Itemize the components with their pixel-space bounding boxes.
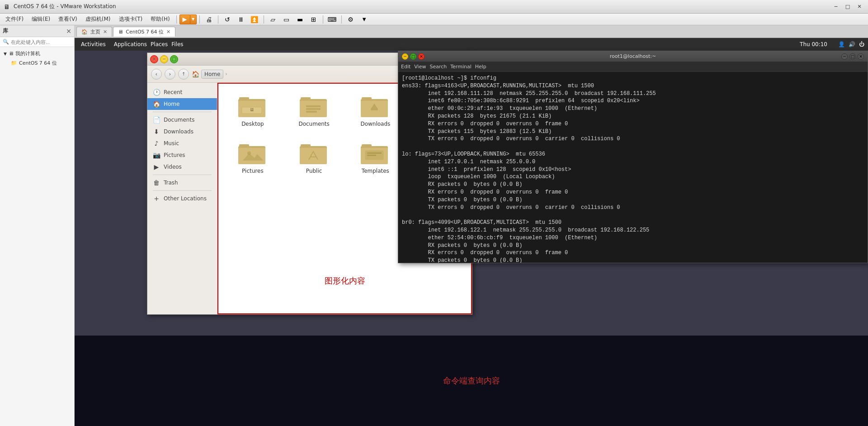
folder-item-documents[interactable]: Documents [287,91,341,131]
toolbar-snapshot4-btn[interactable]: ⊞ [307,14,320,24]
toolbar-snapshot1-btn[interactable]: ▱ [267,14,279,24]
fm-location-arrow-icon: › [225,71,227,76]
gnome-places-menu[interactable]: Places [151,41,168,47]
gnome-applications-menu[interactable]: Applications [114,41,147,47]
tree-item-my-computer[interactable]: ▼ 🖥 我的计算机 [0,49,74,58]
fm-sidebar: 🕐 Recent 🏠 Home 📄 Documents [147,83,217,314]
terminal-line-lo7: TX packets 0 bytes 0 (0.0 B) [402,196,864,204]
folder-item-downloads[interactable]: Downloads [349,91,403,131]
folder-item-public[interactable]: Public [287,138,341,178]
tab-home[interactable]: 🏠 主页 ✕ [76,27,112,37]
folder-item-pictures[interactable]: Pictures [226,138,280,178]
terminal-content[interactable]: [root1@localhost ~]$ ifconfig ens33: fla… [398,72,868,263]
menu-vm[interactable]: 虚拟机(M) [82,14,114,24]
folder-item-desktop[interactable]: 🖥 Desktop [226,91,280,131]
fm-back-btn[interactable]: ‹ [151,69,162,80]
term-menu-help[interactable]: Help [475,64,486,70]
power-dropdown-btn[interactable]: ▼ [190,14,197,24]
sidebar-separator-1 [153,112,212,112]
library-search-bar[interactable]: 🔍 ▼ [0,37,74,47]
toolbar-terminal-btn[interactable]: ⌨ [326,14,339,24]
sidebar-item-recent[interactable]: 🕐 Recent [147,86,217,98]
gnome-power-icon[interactable]: ⏻ [859,41,864,47]
toolbar-settings-btn[interactable]: ⚙ [344,14,357,24]
sidebar-item-videos[interactable]: ▶ Videos [147,161,217,173]
tab-home-label: 主页 [90,28,100,35]
toolbar-separator-6 [341,15,342,24]
file-manager-annotation: 图形化内容 [325,275,365,286]
folder-item-templates[interactable]: Templates [349,138,403,178]
toolbar-snapshot2-btn[interactable]: ▭ [280,14,293,24]
toolbar-suspend-btn[interactable]: ⏸ [235,14,247,24]
terminal-minimize-btn[interactable]: ─ [402,53,408,60]
toolbar-snapshot3-btn[interactable]: ▬ [294,14,307,24]
vmware-menubar: 文件(F) 编辑(E) 查看(V) 虚拟机(M) 选项卡(T) 帮助(H) ▶ … [0,14,868,25]
gnome-volume-icon[interactable]: 🔊 [849,41,855,47]
fm-home-icon: 🏠 [192,71,199,78]
sidebar-item-pictures[interactable]: 📷 Pictures [147,149,217,161]
sidebar-item-other-locations[interactable]: + Other Locations [147,193,217,204]
terminal-line-lo8: TX errors 0 dropped 0 overruns 0 carrier… [402,204,864,212]
tab-home-close[interactable]: ✕ [103,29,107,35]
terminal-maximize-btn[interactable]: □ [410,53,416,60]
gnome-user-icon[interactable]: 👤 [838,41,845,47]
folder-label-documents: Documents [298,121,329,127]
other-locations-icon: + [153,195,160,202]
sidebar-item-home[interactable]: 🏠 Home [147,98,217,110]
toolbar-print-btn[interactable]: 🖨 [203,14,215,24]
vmware-minimize-btn[interactable]: ─ [831,3,841,11]
gnome-activities-btn[interactable]: Activities [78,40,108,48]
term-menu-view[interactable]: View [414,64,426,70]
tree-vm-icon: 📁 [11,60,17,66]
term-menu-edit[interactable]: Edit [401,64,410,70]
power-play-btn[interactable]: ▶ [179,14,190,24]
sidebar-item-documents[interactable]: 📄 Documents [147,114,217,126]
toolbar-dropdown-btn[interactable]: ▼ [358,14,371,24]
menu-view[interactable]: 查看(V) [55,14,81,24]
terminal-right-minimize[interactable]: ─ [841,53,848,60]
tab-centos-close[interactable]: ✕ [166,29,170,35]
sidebar-item-music-label: Music [164,140,179,147]
terminal-line-0: [root1@localhost ~]$ ifconfig [402,75,864,82]
sidebar-item-home-label: Home [164,101,179,107]
fm-maximize-btn[interactable]: □ [170,55,178,63]
toolbar-resume-btn[interactable]: ⏫ [248,14,261,24]
tab-centos[interactable]: 🖥 CentOS 7 64 位 ✕ [113,27,175,37]
terminal-close-btn[interactable]: ✕ [418,53,425,60]
fm-forward-btn[interactable]: › [165,69,175,80]
trash-icon: 🗑 [153,179,160,186]
menu-edit[interactable]: 编辑(E) [28,14,54,24]
sidebar-item-music[interactable]: ♪ Music [147,137,217,149]
svg-rect-28 [301,144,311,148]
sidebar-item-trash[interactable]: 🗑 Trash [147,177,217,189]
fm-close-btn[interactable]: ✕ [150,55,158,63]
vmware-restore-btn[interactable]: □ [843,3,853,11]
terminal-right-close[interactable]: ✕ [858,53,864,60]
term-menu-terminal[interactable]: Terminal [450,64,472,70]
svg-rect-11 [306,111,317,113]
term-menu-search[interactable]: Search [429,64,447,70]
sidebar-item-trash-label: Trash [164,180,178,186]
library-close-btn[interactable]: ✕ [66,28,71,35]
menu-file[interactable]: 文件(F) [2,14,27,24]
desktop-area: ✕ ─ □ ‹ › ↑ 🏠 Home › 🔍 [75,51,868,426]
vmware-close-btn[interactable]: ✕ [854,3,864,11]
terminal-right-maximize[interactable]: □ [849,53,856,60]
library-search-input[interactable] [11,39,73,45]
terminal-line-blank-2 [402,211,864,219]
toolbar-revert-btn[interactable]: ↺ [221,14,234,24]
terminal-line-7: TX packets 115 bytes 12883 (12.5 KiB) [402,128,864,136]
tree-computer-icon: 🖥 [9,51,14,57]
fm-minimize-btn[interactable]: ─ [160,55,168,63]
gnome-files-menu[interactable]: Files [171,41,183,47]
menu-help[interactable]: 帮助(H) [147,14,173,24]
bottom-annotation: 命令端查询内容 [443,375,500,386]
menu-tabs[interactable]: 选项卡(T) [115,14,146,24]
tree-item-centos[interactable]: 📁 CentOS 7 64 位 [0,58,74,68]
toolbar-separator-1 [176,15,177,24]
terminal-line-8: TX errors 0 dropped 0 overruns 0 carrier… [402,135,864,143]
fm-location-home-btn[interactable]: Home [201,70,223,79]
sidebar-item-downloads[interactable]: ⬇ Downloads [147,126,217,137]
fm-up-btn[interactable]: ↑ [178,69,189,80]
vmware-titlebar: 🖥 CentOS 7 64 位 - VMware Workstation ─ □… [0,0,868,14]
